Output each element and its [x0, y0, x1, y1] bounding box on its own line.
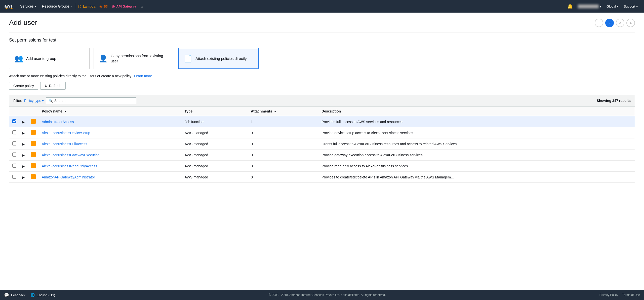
row-policy-name[interactable]: AlexaForBusinessFullAccess [39, 138, 182, 149]
row-policy-name[interactable]: AlexaForBusinessReadOnlyAccess [39, 161, 182, 172]
row-icon-cell [28, 127, 39, 138]
create-policy-button[interactable]: Create policy [9, 82, 38, 90]
api-gateway-icon: ⊕ [112, 4, 115, 9]
th-policy-name[interactable]: Policy name ▼ [39, 107, 182, 116]
copy-permissions-card[interactable]: 👤 Copy permissions from existing user [94, 48, 174, 69]
attach-policies-card[interactable]: 📄 Attach existing policies directly [178, 48, 259, 69]
row-checkbox-cell[interactable] [9, 138, 20, 149]
row-type: AWS managed [182, 161, 248, 172]
row-policy-name[interactable]: AmazonAPIGatewayAdministrator [39, 172, 182, 183]
policy-name-link[interactable]: AlexaForBusinessDeviceSetup [42, 131, 90, 135]
row-checkbox[interactable] [12, 175, 16, 179]
expand-arrow-icon[interactable]: ▶ [22, 165, 25, 168]
row-expand-cell[interactable]: ▶ [19, 172, 28, 183]
policy-name-sort-icon: ▼ [64, 110, 67, 113]
nav-divider [76, 3, 76, 9]
nav-services[interactable]: Services ▾ [17, 0, 39, 13]
row-policy-name[interactable]: AlexaForBusinessGatewayExecution [39, 149, 182, 161]
policy-type-icon [31, 152, 36, 157]
nav-account[interactable]: account-name ▾ [576, 5, 603, 8]
row-checkbox-cell[interactable] [9, 116, 20, 127]
policy-name-link[interactable]: AdministratorAccess [42, 120, 74, 124]
th-type: Type [182, 107, 248, 116]
nav-api-gateway[interactable]: ⊕ API Gateway [112, 4, 136, 9]
language-label[interactable]: English (US) [37, 293, 55, 297]
privacy-policy-link[interactable]: Privacy Policy [599, 293, 618, 297]
row-expand-cell[interactable]: ▶ [19, 127, 28, 138]
learn-more-link[interactable]: Learn more [134, 74, 152, 78]
nav-lambda[interactable]: ⬡ Lambda [78, 4, 95, 9]
expand-arrow-icon[interactable]: ▶ [22, 154, 25, 157]
nav-resource-groups[interactable]: Resource Groups ▾ [39, 0, 75, 13]
policy-name-link[interactable]: AlexaForBusinessReadOnlyAccess [42, 164, 97, 168]
table-row: ▶ AmazonAPIGatewayAdministrator AWS mana… [9, 172, 635, 183]
row-attachments: 1 [248, 116, 318, 127]
filter-type-dropdown[interactable]: Policy type ▾ [24, 99, 44, 103]
step-3[interactable]: 3 [616, 19, 624, 27]
row-description: Grants full access to AlexaForBusiness r… [318, 138, 635, 149]
expand-arrow-icon[interactable]: ▶ [22, 120, 25, 124]
add-user-to-group-card[interactable]: 👥 Add user to group [9, 48, 90, 69]
row-checkbox-cell[interactable] [9, 149, 20, 161]
nav-pin-star[interactable]: ☆ [140, 4, 144, 9]
footer-copyright: © 2008 - 2018, Amazon Internet Services … [55, 293, 599, 297]
row-policy-name[interactable]: AlexaForBusinessDeviceSetup [39, 127, 182, 138]
filter-label: Filter: [13, 99, 22, 103]
row-description: Provides to create/edit/delete APIs in A… [318, 172, 635, 183]
row-description: Provides full access to AWS services and… [318, 116, 635, 127]
section-divider [9, 32, 635, 32]
row-attachments: 0 [248, 149, 318, 161]
row-type: Job function [182, 116, 248, 127]
row-policy-name[interactable]: AdministratorAccess [39, 116, 182, 127]
add-user-to-group-label: Add user to group [26, 56, 56, 61]
row-expand-cell[interactable]: ▶ [19, 138, 28, 149]
expand-arrow-icon[interactable]: ▶ [22, 142, 25, 146]
nav-support[interactable]: Support ▾ [622, 5, 640, 8]
refresh-button[interactable]: ↻ Refresh [40, 82, 66, 90]
step-1[interactable]: 1 [595, 19, 603, 27]
row-checkbox-cell[interactable] [9, 161, 20, 172]
notifications-bell-icon[interactable]: 🔔 [565, 4, 575, 9]
step-2[interactable]: 2 [605, 19, 614, 27]
row-checkbox-cell[interactable] [9, 172, 20, 183]
row-expand-cell[interactable]: ▶ [19, 161, 28, 172]
row-type: AWS managed [182, 172, 248, 183]
copy-permissions-label: Copy permissions from existing user [111, 53, 169, 64]
row-checkbox-cell[interactable] [9, 127, 20, 138]
terms-of-use-link[interactable]: Terms of Use [622, 293, 640, 297]
row-icon-cell [28, 138, 39, 149]
filter-left: Filter: Policy type ▾ 🔍 [13, 97, 136, 104]
expand-arrow-icon[interactable]: ▶ [22, 176, 25, 179]
row-attachments: 0 [248, 138, 318, 149]
resource-groups-chevron-icon: ▾ [70, 5, 72, 8]
results-count: Showing 347 results [597, 99, 631, 103]
policy-name-link[interactable]: AmazonAPIGatewayAdministrator [42, 175, 95, 179]
description-text: Attach one or more existing policies dir… [9, 74, 635, 78]
aws-logo[interactable]: aws [4, 1, 14, 11]
row-checkbox[interactable] [12, 130, 16, 134]
row-checkbox[interactable] [12, 119, 16, 123]
row-type: AWS managed [182, 149, 248, 161]
policy-type-icon [31, 174, 36, 179]
policy-name-link[interactable]: AlexaForBusinessGatewayExecution [42, 153, 100, 157]
policy-name-link[interactable]: AlexaForBusinessFullAccess [42, 142, 87, 146]
row-expand-cell[interactable]: ▶ [19, 116, 28, 127]
nav-region[interactable]: Global ▾ [605, 5, 621, 8]
row-expand-cell[interactable]: ▶ [19, 149, 28, 161]
row-checkbox[interactable] [12, 164, 16, 168]
page-header: Add user 1 2 3 4 [9, 19, 635, 27]
region-chevron-icon: ▾ [617, 5, 619, 8]
support-label: Support [624, 5, 635, 8]
row-checkbox[interactable] [12, 141, 16, 145]
th-checkbox [9, 107, 20, 116]
nav-s3[interactable]: ◈ S3 [99, 4, 108, 9]
pinned-services: ⬡ Lambda ◈ S3 ⊕ API Gateway ☆ [78, 4, 144, 9]
row-checkbox[interactable] [12, 153, 16, 157]
step-4[interactable]: 4 [626, 19, 635, 27]
th-attachments[interactable]: Attachments ▼ [248, 107, 318, 116]
search-icon: 🔍 [49, 99, 53, 103]
feedback-label[interactable]: Feedback [11, 293, 25, 297]
search-input[interactable] [54, 99, 134, 103]
th-icon [28, 107, 39, 116]
expand-arrow-icon[interactable]: ▶ [22, 131, 25, 135]
